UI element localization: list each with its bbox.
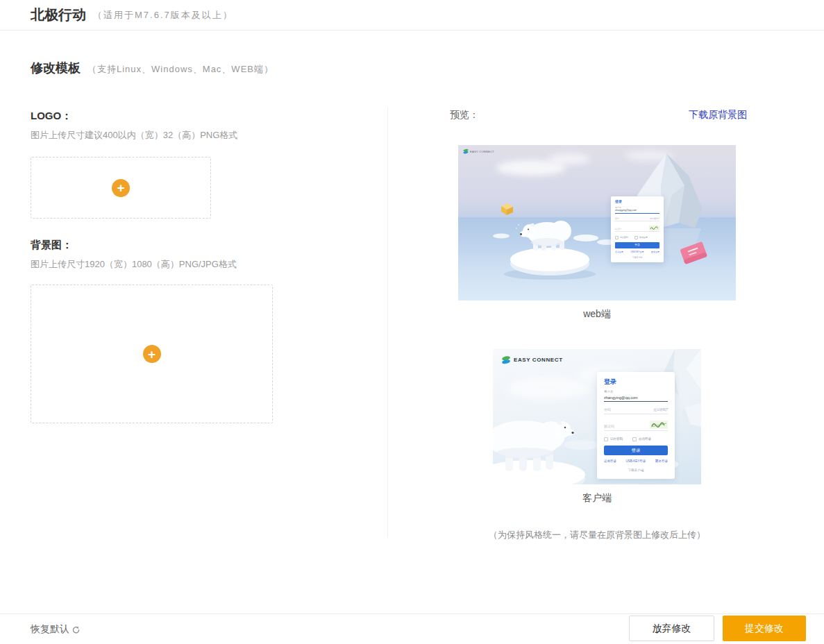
password-placeholder: 密码 — [615, 218, 619, 220]
page-subtitle: （适用于M7.6.7版本及以上） — [93, 9, 233, 22]
captcha-image — [649, 226, 659, 230]
bg-label: 背景图： — [31, 239, 72, 252]
footer-divider — [0, 613, 824, 614]
username-label: 用户名 — [604, 390, 668, 393]
captcha-row: 验证码 — [615, 226, 659, 232]
preview-label: 预览： — [450, 109, 479, 121]
refresh-icon — [72, 625, 81, 634]
submit-button[interactable]: 提交修改 — [723, 616, 806, 641]
login-link: 证书登录 — [604, 459, 616, 463]
brand-text: EASY CONNECT — [514, 357, 563, 363]
logo-hint: 图片上传尺寸建议400以内（宽）32（高）PNG格式 — [31, 129, 237, 142]
remember-label: 记住密码 — [610, 437, 623, 441]
login-link: 匿名登录 — [655, 459, 668, 463]
autologin-label: 自动登录 — [639, 237, 648, 239]
section-header: 修改模板 （支持Linux、Windows、Mac、WEB端） — [31, 60, 274, 76]
easyconnect-logo-icon — [501, 355, 511, 364]
remember-checkbox — [604, 437, 608, 441]
username-value: zhangying@qq.com — [615, 210, 659, 214]
password-row: 密码 忘记密码? — [604, 408, 668, 414]
web-preview-image: EASY CONNECT 登录 用户名 zhangying@qq.com 密码 … — [458, 145, 736, 300]
restore-default-label: 恢复默认 — [31, 623, 69, 636]
checkbox-row: 记住密码 自动登录 — [604, 437, 668, 441]
download-client-link: 下载客户端 — [615, 257, 659, 259]
easyconnect-logo-icon — [463, 149, 469, 154]
login-button: 登录 — [604, 446, 668, 455]
download-original-bg-link[interactable]: 下载原背景图 — [689, 109, 747, 121]
username-value: zhangying@qq.com — [604, 396, 668, 402]
restore-default-button[interactable]: 恢复默认 — [31, 623, 81, 636]
section-title: 修改模板 — [31, 60, 81, 76]
easyconnect-brand: EASY CONNECT — [463, 149, 494, 154]
forgot-password-link: 忘记密码? — [653, 408, 668, 412]
theme-edit-page: 北极行动 （适用于M7.6.7版本及以上） 修改模板 （支持Linux、Wind… — [0, 0, 824, 644]
login-button: 登录 — [615, 242, 659, 248]
polar-bear — [516, 221, 571, 251]
download-client-link: 下载客户端 — [604, 468, 668, 472]
plus-icon[interactable]: + — [112, 179, 130, 197]
login-link: USB-KEY登录 — [630, 251, 644, 253]
captcha-image — [650, 421, 668, 429]
web-scene-art — [458, 145, 736, 300]
login-title: 登录 — [604, 378, 668, 385]
password-placeholder: 密码 — [604, 408, 611, 412]
autologin-checkbox — [634, 236, 638, 239]
captcha-placeholder: 验证码 — [604, 425, 614, 429]
login-link: USB-KEY登录 — [626, 459, 646, 463]
logo-label: LOGO： — [31, 110, 72, 123]
login-link: 证书登录 — [615, 251, 623, 253]
captcha-placeholder: 验证码 — [615, 228, 621, 230]
section-subtitle: （支持Linux、Windows、Mac、WEB端） — [87, 63, 274, 76]
page-title: 北极行动 — [31, 6, 86, 24]
remember-label: 记住密码 — [620, 237, 628, 239]
login-links: 证书登录 USB-KEY登录 匿名登录 — [604, 459, 668, 463]
web-caption: web端 — [458, 308, 736, 321]
password-row: 密码 忘记密码? — [615, 218, 659, 221]
client-preview-image: EASY CONNECT 登录 用户名 zhangying@qq.com 密码 … — [493, 349, 701, 484]
client-caption: 客户端 — [493, 492, 701, 505]
bg-upload-box[interactable]: + — [31, 285, 273, 423]
autologin-checkbox — [632, 437, 637, 441]
forgot-password-link: 忘记密码? — [650, 218, 659, 220]
column-divider — [387, 108, 388, 538]
style-note: （为保持风格统一，请尽量在原背景图上修改后上传） — [389, 529, 805, 541]
login-links: 证书登录 USB-KEY登录 匿名登录 — [615, 251, 659, 253]
cancel-button[interactable]: 放弃修改 — [629, 616, 714, 641]
yellow-cube — [501, 203, 513, 215]
bg-hint: 图片上传尺寸1920（宽）1080（高）PNG/JPG格式 — [31, 258, 237, 271]
login-link: 匿名登录 — [651, 251, 659, 253]
login-title: 登录 — [615, 200, 659, 204]
plus-icon[interactable]: + — [143, 345, 161, 363]
remember-checkbox — [615, 236, 619, 239]
web-login-card: 登录 用户名 zhangying@qq.com 密码 忘记密码? 验证码 记住密… — [611, 196, 664, 262]
client-login-card: 登录 用户名 zhangying@qq.com 密码 忘记密码? 验证码 记住密… — [597, 372, 675, 479]
autologin-label: 自动登录 — [639, 437, 651, 441]
logo-upload-box[interactable]: + — [31, 157, 211, 219]
captcha-row: 验证码 — [604, 421, 668, 431]
easyconnect-brand: EASY CONNECT — [501, 355, 563, 364]
page-header: 北极行动 （适用于M7.6.7版本及以上） — [0, 0, 824, 31]
checkbox-row: 记住密码 自动登录 — [615, 236, 659, 239]
brand-text: EASY CONNECT — [470, 150, 494, 153]
